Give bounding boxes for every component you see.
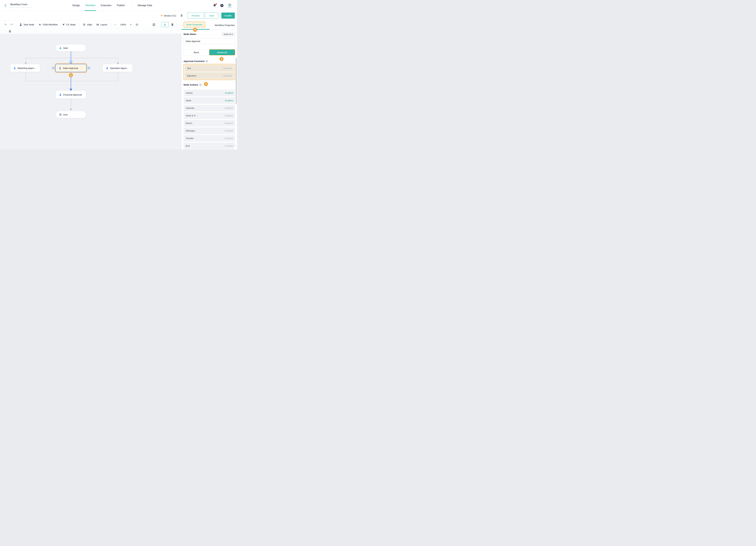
panel-tabs: Node Properties Workflow Properties — [182, 20, 237, 30]
node-actions-title: Node Actions — [184, 83, 198, 86]
align-button[interactable]: Align — [83, 23, 92, 26]
zoom-out-button[interactable]: − — [115, 23, 116, 26]
action-row-stash[interactable]: Stash Enabled — [184, 97, 235, 104]
add-branch-left-button[interactable]: + — [52, 67, 55, 69]
add-task-node-button[interactable]: Task Node — [19, 23, 34, 26]
toolbar-divider — [111, 23, 111, 26]
annotation-badge-1: 1 — [69, 73, 73, 77]
save-button[interactable]: Save — [205, 13, 218, 19]
approval-comment-header: Approval Comment ? — [184, 60, 235, 62]
tab-workflow-properties[interactable]: Workflow Properties — [215, 20, 235, 30]
toolbar-divider — [16, 23, 16, 26]
jodoo-logo[interactable]: JODOO — [227, 3, 232, 8]
node-end[interactable]: End — [56, 111, 86, 118]
action-row-submit-and[interactable]: Submit&... Disabled — [184, 105, 235, 111]
toolbar-divider — [158, 23, 158, 26]
redo-icon[interactable] — [10, 23, 13, 26]
annotation-badge-4: 4 — [204, 82, 208, 86]
card-view-icon — [171, 23, 173, 26]
node-actions-list: Submit Enabled Stash Enabled Submit&... … — [184, 90, 235, 149]
comment-row-signature[interactable]: Signature Disabled — [185, 72, 234, 79]
tab-workflow[interactable]: Workflow — [85, 0, 95, 11]
zoom-level: 100% — [120, 23, 126, 26]
action-row-return[interactable]: Return Disabled — [184, 120, 235, 127]
enable-button[interactable]: Enable — [221, 13, 235, 19]
action-row-submit[interactable]: Submit Enabled — [184, 90, 235, 96]
comment-row-text[interactable]: Text Disabled — [185, 65, 234, 71]
basic-mode-tab[interactable]: Basic — [184, 49, 209, 55]
notifications-button[interactable] — [213, 4, 216, 7]
page-title[interactable]: Workflow Form — [10, 3, 33, 8]
add-node-on-line-button[interactable]: + — [69, 60, 72, 63]
approver-person-icon — [59, 93, 62, 96]
toolbar-row-main: Task Node Child Workflow CC Node — [0, 20, 181, 29]
list-view-toggle[interactable] — [161, 22, 169, 27]
align-icon — [83, 23, 86, 26]
action-row-transfer[interactable]: Transfer Disabled — [184, 135, 235, 142]
approval-comment-help-icon[interactable]: ? — [206, 60, 208, 62]
version-history-icon[interactable] — [180, 14, 183, 17]
back-button[interactable] — [4, 4, 7, 7]
preview-button[interactable]: Preview — [187, 13, 204, 19]
main-nav-tabs: Design Workflow Extension Publish Manage… — [72, 0, 152, 11]
node-actions-header: Node Actions ? 4 — [184, 83, 235, 87]
add-branch-right-button[interactable]: + — [88, 67, 90, 69]
panel-body: Node Name* Node ID:3 Basic Advanced Appr… — [182, 32, 237, 149]
canvas-toolbar: Task Node Child Workflow CC Node — [0, 20, 181, 34]
node-operation-approval[interactable]: Operation Appro... — [103, 64, 132, 72]
flow-connectors — [0, 34, 181, 149]
node-name-input[interactable] — [184, 38, 235, 44]
add-child-workflow-button[interactable]: Child Workflow — [38, 23, 58, 26]
node-financial-approval[interactable]: Financial Approval — [56, 91, 86, 99]
undo-icon[interactable] — [4, 23, 7, 26]
node-marketing-approval[interactable]: Marketing Appro... — [10, 64, 40, 72]
tab-manage-data[interactable]: Manage Data — [138, 0, 152, 11]
header-right-icons: ? JODOO — [213, 0, 232, 11]
advanced-mode-tab[interactable]: Advanced — [209, 49, 235, 55]
child-workflow-icon — [38, 23, 41, 26]
canvas-column: Task Node Child Workflow CC Node — [0, 20, 181, 149]
action-row-add-approver[interactable]: Add Appr... Disabled — [184, 127, 235, 134]
tab-publish[interactable]: Publish — [117, 0, 125, 11]
tab-design[interactable]: Design — [72, 0, 80, 11]
start-person-icon — [59, 47, 62, 49]
action-row-end[interactable]: End Disabled — [184, 143, 235, 149]
node-actions-help-icon[interactable]: ? — [199, 84, 202, 86]
back-chevron-icon — [4, 4, 7, 7]
app-header: Workflow Form Design Workflow Extension … — [0, 0, 237, 11]
add-cc-node-button[interactable]: CC Node — [62, 23, 76, 26]
node-start[interactable]: Start — [56, 44, 86, 51]
tab-node-properties[interactable]: Node Properties — [184, 22, 205, 27]
approver-person-icon — [106, 67, 109, 69]
panel-scrollbar-thumb[interactable] — [236, 58, 237, 104]
keyboard-shortcuts-icon[interactable] — [152, 23, 155, 26]
action-bar: Version (V1) Preview Save Enable — [0, 11, 237, 20]
nav-divider — [131, 4, 131, 7]
approver-person-icon — [13, 67, 16, 69]
approval-comment-box: Text Disabled Signature Disabled — [184, 64, 235, 80]
workflow-editor-app: Workflow Form Design Workflow Extension … — [0, 0, 237, 149]
mode-segmented-control: Basic Advanced — [184, 49, 235, 55]
version-group: Version (V1) — [161, 14, 183, 17]
locate-view-icon[interactable] — [135, 23, 138, 26]
layout-button[interactable]: Layout — [96, 23, 107, 26]
node-id-badge[interactable]: Node ID:3 — [221, 32, 235, 36]
logo-text: JODOO — [228, 7, 232, 8]
node-sales-approval-selected[interactable]: Sales Approval — [55, 64, 86, 72]
action-row-stash-and-p[interactable]: Stash & P... Disabled — [184, 112, 235, 119]
version-status-dot — [161, 15, 162, 16]
workflow-canvas[interactable]: Start Marketing Appro... Sales Approval … — [0, 34, 181, 149]
version-label: Version (V1) — [164, 14, 176, 17]
tab-extension[interactable]: Extension — [101, 0, 111, 11]
notification-dot — [215, 3, 217, 5]
delete-node-icon[interactable] — [8, 30, 11, 33]
toolbar-divider — [79, 23, 79, 26]
required-asterisk: * — [197, 33, 197, 35]
toolbar-divider — [5, 30, 6, 33]
card-view-toggle[interactable] — [169, 22, 176, 27]
help-button[interactable]: ? — [220, 4, 223, 7]
approver-person-icon — [59, 67, 61, 69]
annotation-badge-3: 3 — [220, 57, 223, 61]
zoom-in-button[interactable]: + — [130, 23, 132, 26]
toolbar-row-secondary — [0, 29, 181, 34]
